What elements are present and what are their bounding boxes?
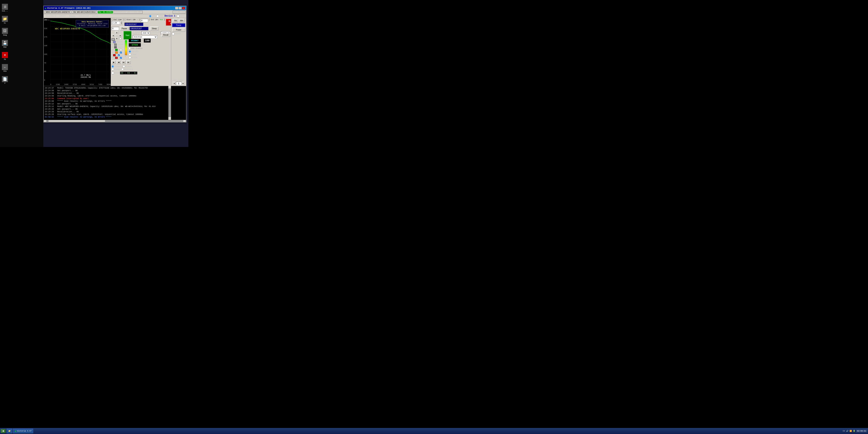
- remap-label: Remap: [115, 68, 121, 70]
- y-label-7: 0: [44, 79, 50, 81]
- read-radio-btn[interactable]: [129, 53, 131, 56]
- ignore-label: Ignore: [115, 65, 122, 68]
- x-label-6: 745G: [98, 84, 102, 86]
- maximize-button[interactable]: □: [179, 7, 182, 9]
- menu-advanced[interactable]: Advanced: [77, 14, 90, 18]
- scroll-thumb[interactable]: [49, 120, 105, 122]
- desktop-icon-msd[interactable]: 💾 MSD: [2, 40, 8, 48]
- gt-val: 0: [116, 54, 117, 56]
- device-name-button[interactable]: WDC WD10PURX-64E5EY0: [44, 11, 71, 13]
- color-600: [115, 52, 118, 54]
- end-lba-input-1[interactable]: [125, 23, 143, 26]
- check-600[interactable]: [120, 52, 122, 54]
- check-gt[interactable]: [118, 54, 120, 56]
- grid-row: Grid 00 : 00 : 01: [112, 71, 170, 74]
- recall-button[interactable]: Recall: [161, 33, 170, 37]
- passp-button[interactable]: Passp: [172, 23, 185, 27]
- end-lba-label: [ End LBA: MAX ]: [149, 19, 165, 22]
- desktop-icon-pen[interactable]: ✏ PEN: [2, 64, 8, 72]
- skip-prev-button[interactable]: ⏮: [121, 60, 126, 64]
- verify-radio-btn[interactable]: [129, 50, 131, 53]
- remap-radio[interactable]: [112, 68, 114, 70]
- app-title-icon: ✚: [45, 7, 46, 10]
- write-radio: write: [129, 56, 152, 59]
- scroll-left-arrow[interactable]: ◄: [44, 120, 46, 122]
- wrt-button[interactable]: Wrt: [179, 19, 184, 23]
- check-160[interactable]: [120, 49, 122, 51]
- ddd-checkbox[interactable]: [129, 47, 130, 50]
- check-err[interactable]: [120, 57, 122, 59]
- play-button[interactable]: ▶: [112, 60, 116, 64]
- rd-button[interactable]: Rd: [173, 19, 178, 23]
- end-time-down[interactable]: ▼: [120, 23, 123, 25]
- scroll-right-arrow[interactable]: ►: [183, 120, 186, 122]
- api-radio[interactable]: [149, 15, 151, 17]
- api-num-plus[interactable]: ►: [182, 82, 185, 85]
- count-16: 16: [112, 44, 114, 45]
- read-label: read: [132, 54, 136, 56]
- error-row-40: 40 343272: [112, 46, 123, 49]
- power-button[interactable]: Power: [172, 28, 185, 32]
- drc-line2: E-mail: sergei@hdd-911.com: [77, 25, 107, 27]
- scroll-up-arrow[interactable]: ▲: [168, 86, 171, 89]
- hints-checkbox[interactable]: [177, 15, 179, 17]
- menu-tests[interactable]: Tests: [67, 14, 77, 18]
- desktop-icon-komputer[interactable]: 🖥 Kom...: [2, 4, 8, 12]
- scroll-down-arrow[interactable]: ▼: [168, 117, 171, 120]
- drc-title: Data Recovery Center:: [77, 21, 107, 23]
- menu-smart[interactable]: SMART: [58, 14, 67, 18]
- api-num-input[interactable]: [176, 82, 182, 85]
- prev-button[interactable]: ◀: [116, 60, 121, 64]
- x-label-1: 124G: [56, 84, 60, 86]
- log-scrollbar[interactable]: ▲ ▼: [168, 86, 171, 120]
- minimize-button[interactable]: ─: [175, 7, 178, 9]
- y-label-6: 35: [44, 71, 50, 72]
- err-label: Err: [112, 57, 115, 59]
- sound-row: sound: [172, 33, 185, 35]
- speed-label: 20.7 MB/s 289285 MB: [81, 74, 91, 79]
- api-num-minus[interactable]: ◄: [173, 82, 176, 85]
- x-label-3: 372G: [73, 84, 77, 86]
- firmware-badge: Fw: 01.01V02: [98, 11, 113, 13]
- sleep-button[interactable]: Sleep: [150, 27, 159, 31]
- p-icon: 📄: [2, 76, 8, 82]
- percent-bar: 0: [125, 40, 127, 57]
- mb-value-box: 953867: [129, 39, 141, 42]
- grid-checkbox[interactable]: [112, 72, 114, 74]
- ignore-radio[interactable]: [112, 65, 114, 68]
- skip-next-button[interactable]: ⏭: [126, 60, 131, 64]
- end-time-input[interactable]: [112, 21, 120, 25]
- close-button[interactable]: ✕: [182, 7, 185, 9]
- erase-radio[interactable]: [123, 65, 125, 68]
- desktop-icon-op[interactable]: ● Op: [2, 52, 8, 60]
- pio-radio[interactable]: [156, 15, 159, 17]
- far-right-panel: Rd Wrt Passp Power sound API number ◄ ►: [171, 18, 186, 86]
- log-area: 23:24:37 Model: TOSHIBA DT01ACA050; Capa…: [44, 86, 186, 120]
- gt-label: >: [112, 54, 113, 56]
- lba-group: [ Start LBA : ] [ End LBA: MAX ]: [125, 19, 165, 26]
- start-lba-input[interactable]: [141, 19, 148, 22]
- serial-button[interactable]: SN: WD-WCC4J5VCC81U: [72, 11, 97, 13]
- pause-button[interactable]: Pause: [120, 27, 129, 31]
- desktop-icon-imag[interactable]: 🖼 Imag: [2, 28, 8, 36]
- desktop-icon-p[interactable]: 📄 P: [2, 76, 8, 84]
- write-radio-btn[interactable]: [129, 56, 131, 59]
- val-600: 0: [118, 52, 119, 54]
- rs-badge: RS: [112, 38, 115, 41]
- end-lba-input-2[interactable]: [130, 27, 149, 30]
- recall-row: Recall: [112, 33, 170, 37]
- x-label-2: 248G: [64, 84, 68, 86]
- verify-radio: verify: [129, 50, 152, 53]
- desktop-icon-kc[interactable]: 📁 Kc: [2, 16, 8, 24]
- menu-setup[interactable]: Setup: [90, 14, 100, 18]
- field2-input[interactable]: [112, 27, 119, 30]
- api-section: API PIO Device 1 Hints: [149, 15, 185, 17]
- restore-radio[interactable]: [121, 68, 124, 70]
- sound-checkbox[interactable]: [172, 33, 175, 35]
- pct-value: 100: [144, 39, 151, 42]
- x-label-4: 496G: [81, 84, 85, 86]
- mb-unit: Mb: [141, 40, 143, 42]
- drive-label: WDC WD10PURX-64E5EY0: [55, 28, 80, 30]
- end-time-up[interactable]: ▲: [120, 21, 123, 23]
- menu-standard[interactable]: Standard: [44, 14, 58, 18]
